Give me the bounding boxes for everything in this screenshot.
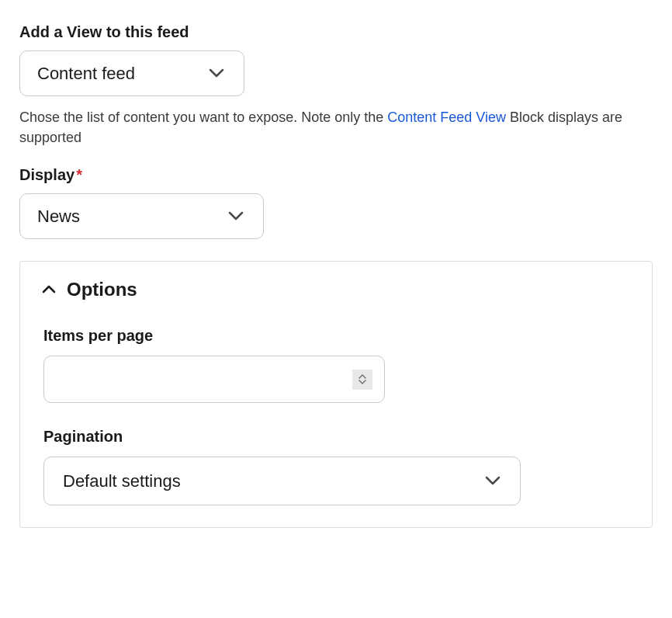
items-per-page-label: Items per page [43,327,629,345]
display-label-text: Display [19,166,74,183]
view-select[interactable]: Content feed [19,50,244,96]
pagination-label: Pagination [43,428,629,446]
pagination-select-wrap: Default settings [43,457,521,505]
items-per-page-wrap [43,356,385,403]
display-select[interactable]: News [19,193,264,239]
display-select-wrap: News [19,193,264,239]
options-panel-toggle[interactable]: Options [20,262,652,307]
view-help-text: Chose the list of content you want to ex… [19,107,648,148]
view-select-wrap: Content feed [19,50,244,96]
view-field-label: Add a View to this feed [19,23,653,41]
options-panel-body: Items per page Pagination Default settin… [20,307,652,505]
required-indicator: * [76,166,82,183]
options-panel-title: Options [67,279,137,300]
display-field-label: Display* [19,166,653,184]
options-panel: Options Items per page Pagination Defaul… [19,261,653,528]
display-field-group: Display* News [19,166,653,239]
help-text-prefix: Chose the list of content you want to ex… [19,109,387,125]
pagination-select[interactable]: Default settings [43,457,521,505]
content-feed-view-link[interactable]: Content Feed View [387,109,506,125]
chevron-up-icon [42,283,56,297]
view-field-group: Add a View to this feed Content feed Cho… [19,23,653,148]
items-per-page-input[interactable] [43,356,385,403]
